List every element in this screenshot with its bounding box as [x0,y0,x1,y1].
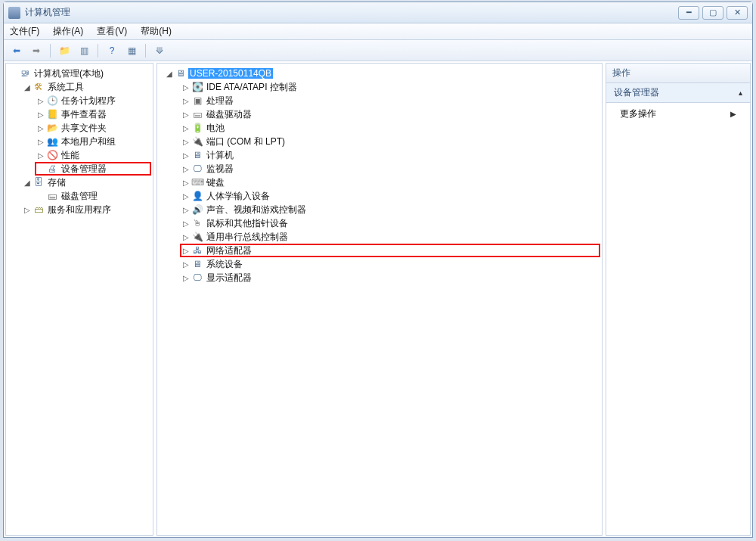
actions-section-device-manager[interactable]: 设备管理器 ▴ [606,83,750,103]
device-system-devices[interactable]: ▷ 🖥 系统设备 [180,257,600,271]
expand-icon[interactable]: ▷ [23,206,31,214]
expand-icon[interactable]: ▷ [36,110,45,119]
device-ports[interactable]: ▷ 🔌 端口 (COM 和 LPT) [180,135,600,148]
expand-icon[interactable]: ▷ [181,206,190,214]
menu-view[interactable]: 查看(V) [97,25,127,38]
device-monitors[interactable]: ▷ 🖵 监视器 [180,162,600,176]
tree-task-scheduler[interactable]: ▷ 🕒 任务计划程序 [35,94,151,107]
close-button[interactable]: ✕ [727,6,748,20]
device-processors[interactable]: ▷ ▣ 处理器 [180,94,600,107]
tree-root-computer-management[interactable]: 🖳 计算机管理(本地) [8,67,151,80]
device-computers[interactable]: ▷ 🖥 计算机 [180,148,600,162]
collapse-icon[interactable] [9,70,17,78]
tree-services-apps[interactable]: ▷ 🗃 服务和应用程序 [21,203,151,216]
tree-label: 磁盘驱动器 [205,108,253,121]
usb-icon: 🔌 [191,231,203,243]
expand-icon[interactable]: ▷ [181,110,190,119]
forward-arrow-icon: ➡ [33,45,40,56]
tree-disk-management[interactable]: 🖴 磁盘管理 [35,189,151,203]
expand-icon[interactable]: ▷ [181,192,190,201]
device-display-adapters[interactable]: ▷ 🖵 显示适配器 [180,271,600,284]
battery-icon: 🔋 [191,122,203,134]
properties-button[interactable]: ▦ [123,42,140,59]
tree-shared-folders[interactable]: ▷ 📂 共享文件夹 [35,121,151,135]
expand-icon[interactable]: ▷ [181,274,190,282]
expand-icon[interactable]: ▷ [181,247,190,255]
menu-file[interactable]: 文件(F) [10,25,39,38]
content-area: 🖳 计算机管理(本地) ◢ 🛠 系统工具 ▷ [4,61,752,537]
device-disk-drives[interactable]: ▷ 🖴 磁盘驱动器 [180,107,600,121]
tree-storage[interactable]: ◢ 🗄 存储 [21,176,151,189]
storage-icon: 🗄 [33,176,45,188]
expand-icon[interactable]: ▷ [181,179,190,187]
tree-local-users[interactable]: ▷ 👥 本地用户和组 [35,135,151,148]
collapse-triangle-icon: ▴ [739,89,742,97]
menu-help[interactable]: 帮助(H) [141,25,172,38]
keyboard-icon: ⌨ [191,176,203,188]
tree-label: 系统工具 [46,81,85,94]
expand-icon[interactable]: ▷ [181,165,190,173]
expand-icon[interactable]: ▷ [181,151,190,160]
expand-icon[interactable]: ▷ [181,219,190,228]
expand-icon[interactable]: ▷ [181,233,190,241]
maximize-button[interactable]: ▢ [702,6,723,20]
expand-icon[interactable]: ▷ [36,151,45,160]
refresh-button[interactable]: ⟱ [151,42,168,59]
panes-button[interactable]: ▥ [76,42,92,59]
actions-header: 操作 [606,64,750,83]
device-root-computer[interactable]: ◢ 🖥 USER-20150114QB [163,67,600,80]
expand-icon[interactable]: ▷ [181,83,190,92]
device-keyboards[interactable]: ▷ ⌨ 键盘 [180,176,600,189]
collapse-icon[interactable]: ◢ [23,83,31,92]
tree-label: 磁盘管理 [60,190,99,203]
tree-device-manager[interactable]: 🖨 设备管理器 [35,162,151,176]
disk-drive-icon: 🖴 [191,108,203,120]
help-toolbar-button[interactable]: ? [104,42,120,59]
tree-label: 共享文件夹 [60,122,108,135]
tree-label: IDE ATA/ATAPI 控制器 [205,81,299,94]
actions-more-label: 更多操作 [620,107,656,120]
expand-icon[interactable]: ▷ [36,124,45,132]
device-mouse[interactable]: ▷ 🖱 鼠标和其他指针设备 [180,216,600,230]
tree-label: 设备管理器 [60,163,108,176]
tree-event-viewer[interactable]: ▷ 📒 事件查看器 [35,107,151,121]
menu-action[interactable]: 操作(A) [53,25,83,38]
expand-icon[interactable]: ▷ [36,138,45,146]
back-button[interactable]: ⬅ [8,42,25,59]
folder-up-icon: 📁 [59,45,70,56]
toolbar-separator [98,44,98,58]
event-viewer-icon: 📒 [46,108,58,120]
properties-icon: ▦ [128,45,136,56]
expand-icon[interactable]: ▷ [181,260,190,269]
minimize-button[interactable]: ━ [678,6,699,20]
device-sound[interactable]: ▷ 🔊 声音、视频和游戏控制器 [180,203,600,216]
users-icon: 👥 [46,135,58,148]
device-usb[interactable]: ▷ 🔌 通用串行总线控制器 [180,230,600,244]
expand-icon[interactable]: ▷ [36,97,45,105]
collapse-icon[interactable]: ◢ [23,179,31,187]
device-tree-pane: ◢ 🖥 USER-20150114QB ▷ 💽 IDE ATA/ATAPI 控制… [156,63,603,536]
device-hid[interactable]: ▷ 👤 人体学输入设备 [180,189,600,203]
expand-icon[interactable]: ▷ [181,124,190,132]
device-ide-controllers[interactable]: ▷ 💽 IDE ATA/ATAPI 控制器 [180,80,600,94]
clock-icon: 🕒 [46,95,58,107]
actions-more[interactable]: 更多操作 ▶ [606,103,750,125]
toolbar-separator [50,44,51,58]
ide-icon: 💽 [191,81,203,93]
device-battery[interactable]: ▷ 🔋 电池 [180,121,600,135]
toolbar-separator [145,44,146,58]
actions-pane: 操作 设备管理器 ▴ 更多操作 ▶ [606,63,751,536]
refresh-icon: ⟱ [156,45,163,56]
up-folder-button[interactable]: 📁 [56,42,73,59]
forward-button[interactable]: ➡ [28,42,45,59]
tree-label: 计算机管理(本地) [33,67,105,80]
tree-label: 端口 (COM 和 LPT) [205,135,287,148]
device-network-adapters[interactable]: ▷ 🖧 网络适配器 [180,244,600,257]
system-device-icon: 🖥 [191,258,203,270]
expand-icon[interactable]: ▷ [181,138,190,146]
tree-label: 声音、视频和游戏控制器 [205,204,308,216]
collapse-icon[interactable]: ◢ [165,70,173,78]
tree-system-tools[interactable]: ◢ 🛠 系统工具 [21,80,151,94]
tree-performance[interactable]: ▷ 🚫 性能 [35,148,151,162]
expand-icon[interactable]: ▷ [181,97,190,105]
